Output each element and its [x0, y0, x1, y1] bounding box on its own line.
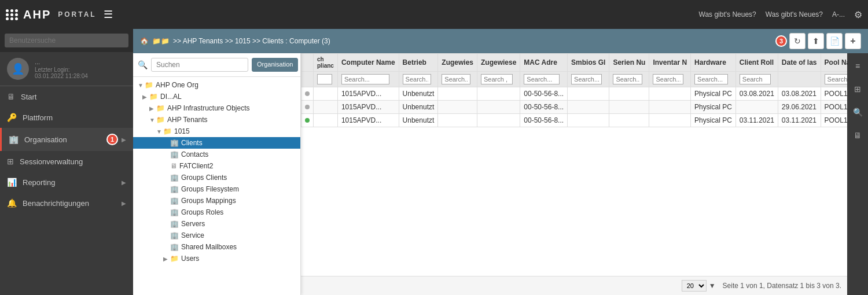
right-panel: 🔍 Organisation ▼ 📁 AHP One Org ▶ 📁 — [133, 53, 868, 295]
search-betrieb-input[interactable] — [403, 74, 431, 84]
organisation-icon: 🏢 — [9, 135, 19, 144]
tree-toggle-groups-roles — [163, 209, 170, 216]
tree-node-shared-mailboxes[interactable]: 🏢 Shared Mailboxes — [133, 241, 300, 253]
tree-node-di-al[interactable]: ▶ 📁 DI...AL — [133, 91, 300, 102]
breadcrumb-badge: 3 — [775, 35, 787, 47]
cell-client-roll: 03.11.2021 — [735, 114, 778, 127]
tree-toggle-groups-filesystem — [163, 186, 170, 193]
table-row[interactable]: 1015APVD... Unbenutzt 00-50-56-8... Phys… — [301, 114, 848, 127]
benutzersuche-input[interactable] — [5, 34, 128, 47]
folder-icon: 📁 — [145, 81, 153, 89]
tree-node-groups-filesystem[interactable]: 🏢 Groups Filesystem — [133, 183, 300, 195]
search-inventar-input[interactable] — [653, 74, 683, 84]
search-right-icon[interactable]: 🔍 — [849, 104, 866, 120]
table-row[interactable]: 1015APVD... Unbenutzt 00-50-56-8... Phys… — [301, 87, 848, 101]
cell-mac-adre: 00-50-56-8... — [520, 101, 568, 114]
tree-node-1015[interactable]: ▼ 📁 1015 — [133, 126, 300, 137]
monitor-right-icon[interactable]: 🖥 — [849, 127, 866, 143]
file-button[interactable]: 📄 — [826, 33, 843, 49]
cell-hardware: Physical PC — [691, 101, 736, 114]
sidebar-item-start[interactable]: 🖥 Start — [0, 86, 133, 107]
org-icon: 🏢 — [170, 208, 179, 216]
tree-node-groups-roles[interactable]: 🏢 Groups Roles — [133, 207, 300, 218]
tree-node-clients[interactable]: 🏢 Clients — [133, 137, 300, 149]
search-computer-name-input[interactable] — [341, 74, 389, 84]
tree-search-input[interactable] — [151, 58, 248, 72]
tree-toggle-groups-mappings — [163, 198, 170, 204]
sessionverwaltung-icon: ⊞ — [7, 157, 14, 166]
tree-node-servers[interactable]: 🏢 Servers — [133, 218, 300, 230]
tree-toggle-ahp-one-org: ▼ — [138, 82, 145, 89]
list-view-icon[interactable]: ≡ — [849, 58, 866, 74]
sidebar-user-area: 👤 ... Letzter Login: 03.01.2022 11:28:04 — [0, 52, 133, 86]
search-zugewiese1-input[interactable] — [442, 74, 470, 84]
cell-betrieb: Unbenutzt — [399, 87, 438, 101]
tree-node-contacts[interactable]: 🏢 Contacts — [133, 149, 300, 160]
tree-node-groups-clients[interactable]: 🏢 Groups Clients — [133, 172, 300, 183]
col-serien-nu: Serien Nu — [609, 54, 649, 72]
benachrichtigungen-icon: 🔔 — [7, 198, 17, 208]
search-hardware-input[interactable] — [694, 74, 728, 84]
tree-toggle-service — [163, 233, 170, 239]
tree-node-ahp-infra[interactable]: ▶ 📁 AHP Infrastructure Objects — [133, 102, 300, 114]
sidebar-item-benachrichtigungen[interactable]: 🔔 Benachrichtigungen ▶ — [0, 193, 133, 213]
tree-label-di-al: DI...AL — [160, 93, 182, 101]
user-menu[interactable]: A-... — [832, 10, 845, 19]
tree-node-ahp-one-org[interactable]: ▼ 📁 AHP One Org — [133, 79, 300, 91]
search-zugewiese2-input[interactable] — [481, 74, 513, 84]
sidebar-username: ... — [35, 58, 88, 65]
sidebar-item-plattform[interactable]: 🔑 Plattform — [0, 107, 133, 128]
cell-zugewiese1 — [438, 87, 477, 101]
add-button[interactable]: + — [845, 33, 861, 49]
sidebar-item-reporting[interactable]: 📊 Reporting ▶ — [0, 172, 133, 193]
org-icon: 🏢 — [170, 185, 179, 193]
org-icon: 🏢 — [170, 197, 179, 205]
tree-node-groups-mappings[interactable]: 🏢 Groups Mappings — [133, 195, 300, 207]
sidebar-item-sessionverwaltung[interactable]: ⊞ Sessionverwaltung — [0, 151, 133, 172]
cell-serien-nu — [609, 101, 649, 114]
hamburger-menu-icon[interactable]: ☰ — [104, 8, 113, 21]
col-inventar-n: Inventar N — [649, 54, 691, 72]
organisation-label: Organisation — [24, 135, 67, 144]
search-mac-input[interactable] — [524, 74, 560, 84]
table-area: chplianc Computer Name Betrieb Zugewies … — [301, 53, 847, 295]
search-pool — [821, 72, 847, 87]
search-client-roll-input[interactable] — [740, 74, 771, 84]
upload-button[interactable]: ⬆ — [808, 33, 824, 49]
cell-mac-adre: 00-50-56-8... — [520, 87, 568, 101]
search-smbios-input[interactable] — [571, 74, 602, 84]
whats-new-label[interactable]: Was gibt's Neues? — [699, 10, 756, 19]
breadcrumb-path: >> AHP Tenants >> 1015 >> Clients : Comp… — [173, 37, 330, 45]
page-size-dropdown[interactable]: 20 — [682, 280, 707, 292]
cell-zugewiese1 — [438, 114, 477, 127]
col-client-roll: Client Roll — [735, 54, 778, 72]
tree-tab-organisation[interactable]: Organisation — [252, 58, 298, 72]
tree-node-service[interactable]: 🏢 Service — [133, 230, 300, 241]
cell-zugewiese2 — [477, 87, 520, 101]
table-view-icon[interactable]: ⊞ — [849, 81, 866, 97]
search-pool-input[interactable] — [825, 74, 847, 84]
table-row[interactable]: 1015APVD... Unbenutzt 00-50-56-8... Phys… — [301, 101, 848, 114]
cell-smbios-gl — [568, 101, 609, 114]
cell-client-roll: 03.08.2021 — [735, 87, 778, 101]
home-icon[interactable]: 🏠 — [140, 37, 149, 45]
col-hardware: Hardware — [691, 54, 736, 72]
tree-label-1015: 1015 — [174, 127, 190, 135]
refresh-button[interactable]: ↻ — [789, 33, 806, 49]
breadcrumb-bar: 🏠 📁📁 >> AHP Tenants >> 1015 >> Clients :… — [133, 29, 868, 53]
avatar: 👤 — [7, 58, 29, 80]
tree-node-ahp-tenants[interactable]: ▼ 📁 AHP Tenants — [133, 114, 300, 126]
cell-zugewiese1 — [438, 101, 477, 114]
tree-node-users[interactable]: ▶ 📁 Users — [133, 253, 300, 264]
tree-toggle-1015: ▼ — [156, 128, 163, 135]
organisation-badge: 1 — [106, 134, 118, 145]
col-computer-name: Computer Name — [337, 54, 399, 72]
plattform-icon: 🔑 — [7, 113, 17, 122]
search-serien-input[interactable] — [613, 74, 642, 84]
col-appliance: chplianc — [314, 54, 338, 72]
tree-label-fatclient2: FATClient2 — [179, 162, 213, 170]
sidebar-item-organisation[interactable]: 🏢 Organisation 1 ▶ — [0, 128, 133, 151]
search-appliance-input[interactable] — [317, 74, 332, 84]
settings-icon[interactable]: ⚙ — [854, 9, 862, 20]
tree-node-fatclient2[interactable]: 🖥 FATClient2 — [133, 160, 300, 172]
